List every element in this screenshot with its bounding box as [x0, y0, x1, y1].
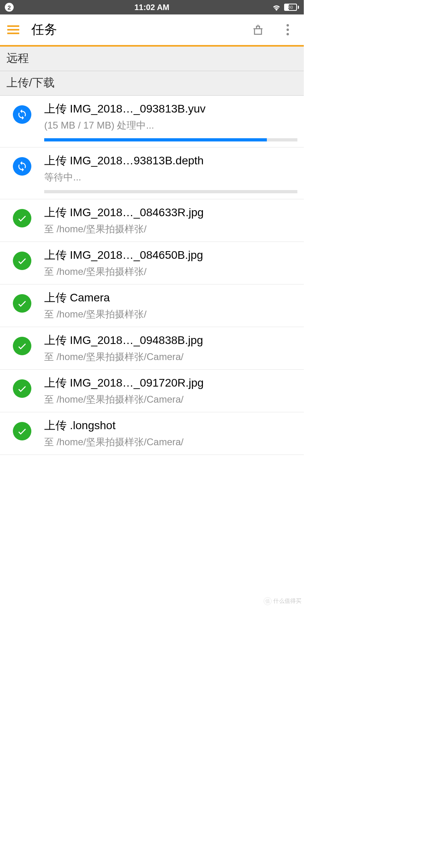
task-subtitle: 等待中...	[44, 171, 297, 184]
watermark: 值 什么值得买	[264, 597, 301, 605]
task-row[interactable]: 上传 IMG_2018…_094838B.jpg至 /home/坚果拍摄样张/C…	[0, 327, 304, 370]
sync-icon	[13, 157, 31, 176]
wifi-icon	[272, 4, 281, 11]
task-title: 上传 IMG_2018…_093813B.yuv	[44, 101, 297, 117]
task-subtitle: 至 /home/坚果拍摄样张/	[44, 308, 297, 321]
task-row[interactable]: 上传 .longshot至 /home/坚果拍摄样张/Camera/	[0, 412, 304, 455]
status-bar: 2 11:02 AM 30	[0, 0, 304, 14]
task-title: 上传 Camera	[44, 290, 297, 305]
check-icon	[13, 422, 31, 440]
task-subtitle: 至 /home/坚果拍摄样张/Camera/	[44, 393, 297, 406]
task-row[interactable]: 上传 IMG_2018…_084633R.jpg至 /home/坚果拍摄样张/	[0, 199, 304, 242]
task-row[interactable]: 上传 IMG_2018…_091720R.jpg至 /home/坚果拍摄样张/C…	[0, 370, 304, 412]
task-title: 上传 .longshot	[44, 418, 297, 433]
menu-button[interactable]	[7, 24, 19, 36]
task-title: 上传 IMG_2018…_094838B.jpg	[44, 333, 297, 348]
check-icon	[13, 379, 31, 398]
page-title: 任务	[31, 21, 237, 39]
more-options-button[interactable]	[279, 21, 297, 39]
task-title: 上传 IMG_2018…93813B.depth	[44, 153, 297, 168]
task-subtitle: 至 /home/坚果拍摄样张/Camera/	[44, 350, 297, 363]
task-row[interactable]: 上传 Camera至 /home/坚果拍摄样张/	[0, 285, 304, 327]
task-subtitle: (15 MB / 17 MB) 处理中...	[44, 119, 297, 132]
section-header-transfer: 上传/下载	[0, 71, 304, 96]
battery-indicator: 30	[284, 4, 299, 11]
task-title: 上传 IMG_2018…_084650B.jpg	[44, 248, 297, 263]
task-title: 上传 IMG_2018…_091720R.jpg	[44, 375, 297, 391]
check-icon	[13, 252, 31, 270]
progress-bar	[44, 190, 297, 193]
task-title: 上传 IMG_2018…_084633R.jpg	[44, 205, 297, 220]
task-row[interactable]: 上传 IMG_2018…93813B.depth等待中...	[0, 147, 304, 199]
task-subtitle: 至 /home/坚果拍摄样张/Camera/	[44, 436, 297, 448]
task-subtitle: 至 /home/坚果拍摄样张/	[44, 223, 297, 235]
status-time: 11:02 AM	[103, 3, 201, 12]
task-list: 上传 IMG_2018…_093813B.yuv(15 MB / 17 MB) …	[0, 96, 304, 455]
clear-tasks-button[interactable]	[249, 21, 267, 39]
task-row[interactable]: 上传 IMG_2018…_084650B.jpg至 /home/坚果拍摄样张/	[0, 242, 304, 285]
task-row[interactable]: 上传 IMG_2018…_093813B.yuv(15 MB / 17 MB) …	[0, 96, 304, 147]
sync-icon	[13, 105, 31, 124]
check-icon	[13, 337, 31, 355]
check-icon	[13, 209, 31, 227]
toolbar: 任务	[0, 14, 304, 47]
check-icon	[13, 294, 31, 313]
progress-bar	[44, 138, 297, 141]
section-header-remote: 远程	[0, 47, 304, 71]
task-subtitle: 至 /home/坚果拍摄样张/	[44, 265, 297, 278]
notification-count-badge: 2	[5, 3, 14, 12]
